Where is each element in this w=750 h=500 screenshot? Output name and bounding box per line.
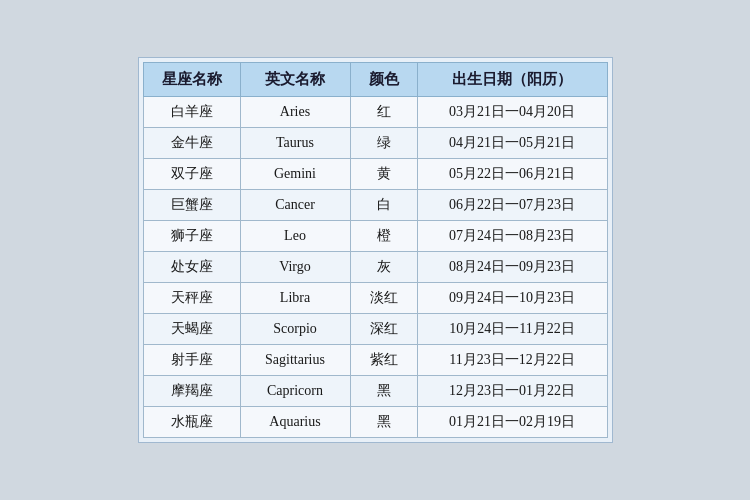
cell-zh: 天秤座 (143, 283, 240, 314)
cell-zh: 金牛座 (143, 128, 240, 159)
cell-date: 07月24日一08月23日 (417, 221, 607, 252)
cell-zh: 射手座 (143, 345, 240, 376)
header-zh: 星座名称 (143, 63, 240, 97)
table-body: 白羊座Aries红03月21日一04月20日金牛座Taurus绿04月21日一0… (143, 97, 607, 438)
zodiac-table-container: 星座名称 英文名称 颜色 出生日期（阳历） 白羊座Aries红03月21日一04… (138, 57, 613, 443)
cell-en: Leo (240, 221, 350, 252)
table-row: 水瓶座Aquarius黑01月21日一02月19日 (143, 407, 607, 438)
cell-date: 01月21日一02月19日 (417, 407, 607, 438)
cell-en: Libra (240, 283, 350, 314)
cell-color: 黑 (350, 376, 417, 407)
cell-date: 03月21日一04月20日 (417, 97, 607, 128)
cell-en: Cancer (240, 190, 350, 221)
cell-zh: 天蝎座 (143, 314, 240, 345)
table-row: 白羊座Aries红03月21日一04月20日 (143, 97, 607, 128)
cell-en: Taurus (240, 128, 350, 159)
cell-color: 橙 (350, 221, 417, 252)
cell-zh: 巨蟹座 (143, 190, 240, 221)
cell-date: 10月24日一11月22日 (417, 314, 607, 345)
cell-date: 09月24日一10月23日 (417, 283, 607, 314)
cell-date: 04月21日一05月21日 (417, 128, 607, 159)
cell-color: 白 (350, 190, 417, 221)
cell-en: Aquarius (240, 407, 350, 438)
table-row: 金牛座Taurus绿04月21日一05月21日 (143, 128, 607, 159)
cell-en: Capricorn (240, 376, 350, 407)
table-row: 射手座Sagittarius紫红11月23日一12月22日 (143, 345, 607, 376)
cell-date: 12月23日一01月22日 (417, 376, 607, 407)
table-row: 狮子座Leo橙07月24日一08月23日 (143, 221, 607, 252)
cell-date: 08月24日一09月23日 (417, 252, 607, 283)
cell-color: 黄 (350, 159, 417, 190)
cell-color: 深红 (350, 314, 417, 345)
cell-color: 绿 (350, 128, 417, 159)
cell-zh: 狮子座 (143, 221, 240, 252)
table-row: 摩羯座Capricorn黑12月23日一01月22日 (143, 376, 607, 407)
cell-en: Aries (240, 97, 350, 128)
cell-color: 淡红 (350, 283, 417, 314)
zodiac-table: 星座名称 英文名称 颜色 出生日期（阳历） 白羊座Aries红03月21日一04… (143, 62, 608, 438)
cell-date: 11月23日一12月22日 (417, 345, 607, 376)
cell-zh: 水瓶座 (143, 407, 240, 438)
cell-en: Sagittarius (240, 345, 350, 376)
table-row: 天秤座Libra淡红09月24日一10月23日 (143, 283, 607, 314)
cell-date: 06月22日一07月23日 (417, 190, 607, 221)
cell-color: 灰 (350, 252, 417, 283)
cell-zh: 双子座 (143, 159, 240, 190)
table-header-row: 星座名称 英文名称 颜色 出生日期（阳历） (143, 63, 607, 97)
table-row: 巨蟹座Cancer白06月22日一07月23日 (143, 190, 607, 221)
cell-en: Scorpio (240, 314, 350, 345)
cell-color: 黑 (350, 407, 417, 438)
cell-en: Virgo (240, 252, 350, 283)
cell-date: 05月22日一06月21日 (417, 159, 607, 190)
table-row: 天蝎座Scorpio深红10月24日一11月22日 (143, 314, 607, 345)
cell-zh: 处女座 (143, 252, 240, 283)
cell-color: 紫红 (350, 345, 417, 376)
cell-en: Gemini (240, 159, 350, 190)
table-row: 处女座Virgo灰08月24日一09月23日 (143, 252, 607, 283)
table-row: 双子座Gemini黄05月22日一06月21日 (143, 159, 607, 190)
header-en: 英文名称 (240, 63, 350, 97)
cell-color: 红 (350, 97, 417, 128)
header-date: 出生日期（阳历） (417, 63, 607, 97)
cell-zh: 白羊座 (143, 97, 240, 128)
cell-zh: 摩羯座 (143, 376, 240, 407)
header-color: 颜色 (350, 63, 417, 97)
